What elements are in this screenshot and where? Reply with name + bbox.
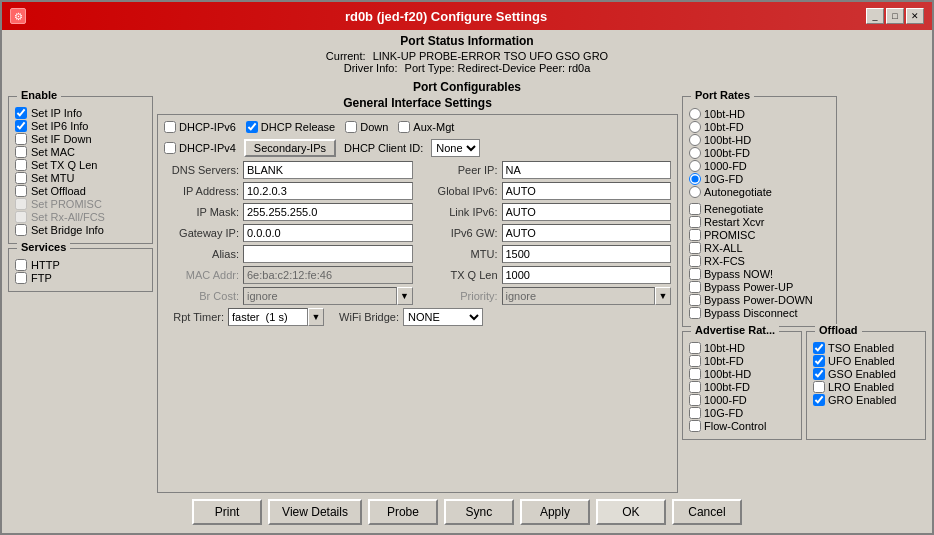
- checkbox-set-ip6-info[interactable]: Set IP6 Info: [15, 120, 146, 132]
- mtu-label: MTU:: [423, 248, 498, 260]
- wifi-bridge-field: WiFi Bridge: NONE: [334, 308, 483, 326]
- secondary-ips-button[interactable]: Secondary-IPs: [244, 139, 336, 157]
- offload-ufo[interactable]: UFO Enabled: [813, 355, 919, 367]
- sync-button[interactable]: Sync: [444, 499, 514, 525]
- check-bypass-power-down[interactable]: Bypass Power-DOWN: [689, 294, 830, 306]
- mtu-input[interactable]: [502, 245, 672, 263]
- adv-10bt-hd[interactable]: 10bt-HD: [689, 342, 795, 354]
- check-bypass-power-up[interactable]: Bypass Power-UP: [689, 281, 830, 293]
- advertise-title: Advertise Rat...: [691, 324, 779, 336]
- check-bypass-disconnect[interactable]: Bypass Disconnect: [689, 307, 830, 319]
- wifi-bridge-select[interactable]: NONE: [403, 308, 483, 326]
- ip-mask-input[interactable]: [243, 203, 413, 221]
- radio-10bt-fd[interactable]: 10bt-FD: [689, 121, 772, 133]
- gateway-ip-row: Gateway IP:: [164, 224, 413, 242]
- ok-button[interactable]: OK: [596, 499, 666, 525]
- rpt-wifi-row: Rpt Timer: ▼ WiFi Bridge: NONE: [164, 308, 671, 326]
- dns-servers-input[interactable]: [243, 161, 413, 179]
- radio-100bt-fd[interactable]: 100bt-FD: [689, 147, 772, 159]
- checkbox-set-rx-all-fcs[interactable]: Set Rx-All/FCS: [15, 211, 146, 223]
- view-details-button[interactable]: View Details: [268, 499, 362, 525]
- radio-10bt-hd[interactable]: 10bt-HD: [689, 108, 772, 120]
- rpt-timer-input[interactable]: [228, 308, 308, 326]
- tx-q-len-row: TX Q Len: [423, 266, 672, 284]
- br-cost-dropdown[interactable]: ▼: [397, 287, 413, 305]
- check-restart-xcvr[interactable]: Restart Xcvr: [689, 216, 830, 228]
- dhcp-ipv4-check[interactable]: DHCP-IPv4: [164, 142, 236, 154]
- offload-tso[interactable]: TSO Enabled: [813, 342, 919, 354]
- checkbox-set-mtu[interactable]: Set MTU: [15, 172, 146, 184]
- rpt-timer-label: Rpt Timer:: [164, 311, 224, 323]
- global-ipv6-input[interactable]: [502, 182, 672, 200]
- check-rx-fcs[interactable]: RX-FCS: [689, 255, 830, 267]
- dhcp-release-check[interactable]: DHCP Release: [246, 121, 335, 133]
- left-panel: Enable Set IP Info Set IP6 Info Set IF D…: [8, 96, 153, 493]
- offload-gro[interactable]: GRO Enabled: [813, 394, 919, 406]
- adv-flow-control[interactable]: Flow-Control: [689, 420, 795, 432]
- alias-input[interactable]: [243, 245, 413, 263]
- checkbox-set-if-down[interactable]: Set IF Down: [15, 133, 146, 145]
- adv-10bt-fd[interactable]: 10bt-FD: [689, 355, 795, 367]
- check-renegotiate[interactable]: Renegotiate: [689, 203, 830, 215]
- priority-dropdown[interactable]: ▼: [655, 287, 671, 305]
- maximize-button[interactable]: □: [886, 8, 904, 24]
- radio-1000-fd[interactable]: 1000-FD: [689, 160, 772, 172]
- field-grid: DNS Servers: Peer IP: IP Address:: [164, 161, 671, 305]
- port-rates-group: Port Rates 10bt-HD 10bt-FD 100bt-HD: [682, 96, 837, 327]
- checkbox-set-mac[interactable]: Set MAC: [15, 146, 146, 158]
- minimize-button[interactable]: _: [866, 8, 884, 24]
- check-rx-all[interactable]: RX-ALL: [689, 242, 830, 254]
- check-promisc[interactable]: PROMISC: [689, 229, 830, 241]
- rpt-timer-dropdown[interactable]: ▼: [308, 308, 324, 326]
- port-status-title: Port Status Information: [8, 34, 926, 48]
- ipv6-gw-input[interactable]: [502, 224, 672, 242]
- port-rates-radios: 10bt-HD 10bt-FD 100bt-HD 100bt-FD: [689, 107, 772, 199]
- checkbox-set-tx-q-len[interactable]: Set TX Q Len: [15, 159, 146, 171]
- ip-mask-label: IP Mask:: [164, 206, 239, 218]
- center-panel: General Interface Settings DHCP-IPv6 DHC…: [157, 96, 678, 493]
- dhcp-client-id-select[interactable]: None: [431, 139, 480, 157]
- checkbox-set-offload[interactable]: Set Offload: [15, 185, 146, 197]
- ip-address-input[interactable]: [243, 182, 413, 200]
- down-check[interactable]: Down: [345, 121, 388, 133]
- adv-100bt-fd[interactable]: 100bt-FD: [689, 381, 795, 393]
- offload-lro[interactable]: LRO Enabled: [813, 381, 919, 393]
- checkbox-set-ip-info[interactable]: Set IP Info: [15, 107, 146, 119]
- dhcp-ipv6-check[interactable]: DHCP-IPv6: [164, 121, 236, 133]
- gateway-ip-input[interactable]: [243, 224, 413, 242]
- offload-gso[interactable]: GSO Enabled: [813, 368, 919, 380]
- checkbox-http[interactable]: HTTP: [15, 259, 146, 271]
- ipv6-gw-label: IPv6 GW:: [423, 227, 498, 239]
- radio-100bt-hd[interactable]: 100bt-HD: [689, 134, 772, 146]
- window-icon: ⚙: [10, 8, 26, 24]
- aux-mgt-check[interactable]: Aux-Mgt: [398, 121, 454, 133]
- adv-1000-fd[interactable]: 1000-FD: [689, 394, 795, 406]
- rpt-timer-field: Rpt Timer: ▼: [164, 308, 324, 326]
- port-status-section: Port Status Information Current: LINK-UP…: [8, 34, 926, 74]
- checkbox-set-bridge-info[interactable]: Set Bridge Info: [15, 224, 146, 236]
- radio-10g-fd[interactable]: 10G-FD: [689, 173, 772, 185]
- offload-group: Offload TSO Enabled UFO Enabled GSO Enab…: [806, 331, 926, 440]
- gateway-ip-label: Gateway IP:: [164, 227, 239, 239]
- ip-address-label: IP Address:: [164, 185, 239, 197]
- print-button[interactable]: Print: [192, 499, 262, 525]
- checkbox-set-promisc[interactable]: Set PROMISC: [15, 198, 146, 210]
- adv-10g-fd[interactable]: 10G-FD: [689, 407, 795, 419]
- radio-autonegotiate[interactable]: Autonegotiate: [689, 186, 772, 198]
- adv-100bt-hd[interactable]: 100bt-HD: [689, 368, 795, 380]
- apply-button[interactable]: Apply: [520, 499, 590, 525]
- cancel-button[interactable]: Cancel: [672, 499, 742, 525]
- peer-ip-row: Peer IP:: [423, 161, 672, 179]
- check-bypass-now[interactable]: Bypass NOW!: [689, 268, 830, 280]
- alias-label: Alias:: [164, 248, 239, 260]
- peer-ip-input[interactable]: [502, 161, 672, 179]
- titlebar: ⚙ rd0b (jed-f20) Configure Settings _ □ …: [2, 2, 932, 30]
- tx-q-len-input[interactable]: [502, 266, 672, 284]
- port-status-current: Current: LINK-UP PROBE-ERROR TSO UFO GSO…: [8, 50, 926, 62]
- window-title: rd0b (jed-f20) Configure Settings: [26, 9, 866, 24]
- probe-button[interactable]: Probe: [368, 499, 438, 525]
- close-button[interactable]: ✕: [906, 8, 924, 24]
- checkbox-ftp[interactable]: FTP: [15, 272, 146, 284]
- dns-servers-label: DNS Servers:: [164, 164, 239, 176]
- link-ipv6-input[interactable]: [502, 203, 672, 221]
